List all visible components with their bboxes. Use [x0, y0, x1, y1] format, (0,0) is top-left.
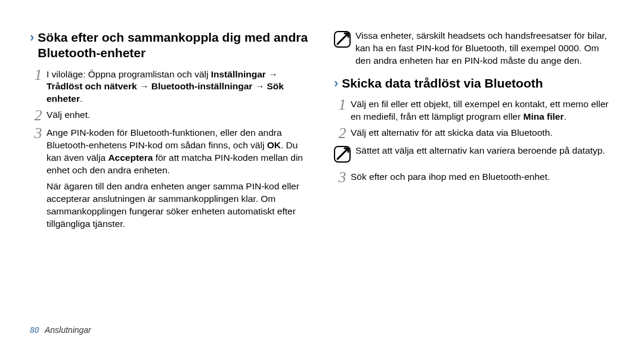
step-number: 3: [334, 170, 351, 185]
step-3-paragraph-2: När ägaren till den andra enheten anger …: [47, 180, 310, 230]
step-2: 2 Välj ett alternativ för att skicka dat…: [334, 127, 614, 141]
left-column: › Söka efter och sammankoppla dig med an…: [30, 30, 310, 234]
note-pin: Vissa enheter, särskilt headsets och han…: [334, 30, 614, 67]
page-footer: 80 Anslutningar: [30, 325, 91, 335]
section-heading-search-pair: › Söka efter och sammankoppla dig med an…: [30, 30, 310, 61]
note-datatype: Sättet att välja ett alternativ kan vari…: [334, 145, 614, 163]
step-body: Sök efter och para ihop med en Bluetooth…: [351, 171, 614, 183]
step-number: 1: [30, 67, 47, 83]
note-body: Vissa enheter, särskilt headsets och han…: [355, 30, 614, 67]
section-heading-send-data: › Skicka data trådlöst via Bluetooth: [334, 76, 614, 91]
step-body: Ange PIN-koden för Bluetooth-funktionen,…: [47, 127, 310, 230]
heading-text: Söka efter och sammankoppla dig med andr…: [38, 30, 310, 61]
page-number: 80: [30, 325, 39, 335]
footer-section: Anslutningar: [45, 325, 91, 335]
step-body: I viloläge: Öppna programlistan och välj…: [47, 68, 310, 106]
step-body: Välj enhet.: [47, 109, 310, 121]
note-icon: [334, 146, 351, 163]
chevron-icon: ›: [30, 30, 34, 45]
step-body: Välj ett alternativ för att skicka data …: [351, 127, 614, 139]
step-3: 3 Ange PIN-koden för Bluetooth-funktione…: [30, 127, 310, 230]
right-column: Vissa enheter, särskilt headsets och han…: [334, 30, 614, 234]
step-number: 2: [334, 126, 351, 141]
step-1: 1 I viloläge: Öppna programlistan och vä…: [30, 68, 310, 106]
step-number: 3: [30, 126, 47, 141]
step-body: Välj en fil eller ett objekt, till exemp…: [351, 98, 614, 123]
note-body: Sättet att välja ett alternativ kan vari…: [355, 145, 614, 157]
chevron-icon: ›: [334, 76, 338, 91]
note-icon: [334, 31, 351, 48]
step-number: 2: [30, 108, 47, 123]
step-number: 1: [334, 97, 351, 113]
step-2: 2 Välj enhet.: [30, 109, 310, 123]
heading-text: Skicka data trådlöst via Bluetooth: [342, 76, 543, 91]
step-3: 3 Sök efter och para ihop med en Bluetoo…: [334, 171, 614, 185]
step-1: 1 Välj en fil eller ett objekt, till exe…: [334, 98, 614, 123]
